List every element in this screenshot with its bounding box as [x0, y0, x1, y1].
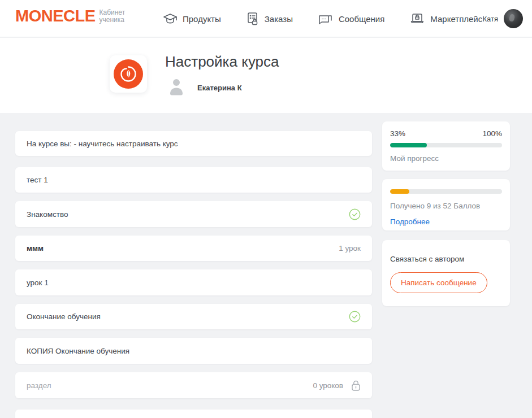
- lesson-title: Окончание обучения: [27, 312, 341, 321]
- lesson-row-description[interactable]: На курсе вы: - научитесь настраивать кур…: [15, 131, 372, 156]
- lesson-row-znakomstvo[interactable]: Знакомство: [15, 201, 372, 227]
- progress-fill: [390, 143, 427, 147]
- course-logo-card: [110, 55, 147, 93]
- graduation-cap-icon: [163, 12, 178, 25]
- check-circle-icon: [349, 311, 361, 323]
- top-navigation-bar: MONECLE Кабинет ученика Продукты: [0, 0, 532, 37]
- lesson-row-urok1[interactable]: урок 1: [15, 269, 372, 295]
- lesson-row-kopiya[interactable]: КОПИЯ Окончание обучения: [15, 338, 372, 364]
- nav-item-marketplace[interactable]: Маркетплейс: [409, 12, 482, 25]
- lesson-title: Знакомство: [27, 210, 341, 219]
- lesson-row-test1[interactable]: тест 1: [15, 167, 372, 193]
- page-title: Настройка курса: [165, 53, 279, 71]
- lesson-title: тест 1: [27, 176, 361, 184]
- lesson-count: 0 уроков: [313, 381, 343, 390]
- nav-label: Заказы: [265, 14, 293, 24]
- score-bar-track: [390, 189, 502, 194]
- score-fill: [390, 189, 409, 194]
- score-text: Получено 9 из 52 Баллов: [390, 202, 502, 210]
- user-avatar[interactable]: [504, 9, 523, 28]
- points-card: Получено 9 из 52 Баллов Подробнее: [382, 179, 510, 230]
- nav-label: Продукты: [183, 14, 221, 24]
- lock-icon: [351, 380, 361, 391]
- lesson-row-okonchanie[interactable]: Окончание обучения: [15, 304, 372, 329]
- lesson-title: урок 1: [27, 278, 361, 287]
- lesson-row-partial[interactable]: [15, 410, 372, 418]
- progress-label: Мой прогресс: [390, 154, 502, 163]
- flame-leaf-swirl-icon: [114, 59, 143, 89]
- main-nav: Продукты Заказы: [163, 0, 482, 37]
- lesson-title: КОПИЯ Окончание обучения: [27, 347, 361, 355]
- course-header: Настройка курса Екатерина К: [0, 38, 532, 113]
- write-message-button[interactable]: Написать сообщение: [390, 272, 487, 293]
- lesson-row-mmm[interactable]: ммм 1 урок: [15, 236, 372, 261]
- lesson-title: На курсе вы: - научитесь настраивать кур…: [27, 140, 361, 148]
- progress-current: 33%: [390, 129, 405, 138]
- user-name: Катя: [482, 15, 498, 23]
- progress-values: 33% 100%: [390, 129, 502, 138]
- progress-bar-track: [390, 143, 502, 147]
- brand-subtitle: Кабинет ученика: [100, 9, 126, 24]
- check-circle-icon: [349, 208, 361, 220]
- nav-item-products[interactable]: Продукты: [163, 12, 221, 25]
- lesson-count: 1 урок: [339, 244, 361, 252]
- progress-max: 100%: [482, 129, 502, 138]
- order-list-lock-icon: [246, 11, 259, 26]
- laptop-store-icon: [409, 12, 425, 25]
- user-menu[interactable]: Катя: [482, 0, 523, 37]
- page: MONECLE Кабинет ученика Продукты: [0, 0, 532, 418]
- person-placeholder-icon: [166, 75, 187, 100]
- nav-item-messages[interactable]: Сообщения: [318, 12, 384, 25]
- section-title: раздел: [27, 381, 306, 390]
- nav-item-orders[interactable]: Заказы: [246, 11, 293, 26]
- contact-title: Связаться с автором: [390, 255, 502, 263]
- brand-logo[interactable]: MONECLE Кабинет ученика: [15, 8, 125, 24]
- lesson-row-razdel-locked[interactable]: раздел 0 уроков: [15, 372, 372, 398]
- score-details-link[interactable]: Подробнее: [390, 217, 430, 226]
- contact-author-card: Связаться с автором Написать сообщение: [382, 240, 510, 306]
- section-title: ммм: [27, 244, 332, 252]
- course-author[interactable]: Екатерина К: [166, 75, 242, 100]
- progress-card: 33% 100% Мой прогресс: [382, 121, 510, 171]
- nav-label: Маркетплейс: [430, 14, 482, 24]
- nav-label: Сообщения: [339, 14, 384, 24]
- brand-name: MONECLE: [15, 8, 96, 24]
- author-name: Екатерина К: [197, 84, 242, 92]
- chat-bubbles-icon: [318, 12, 334, 25]
